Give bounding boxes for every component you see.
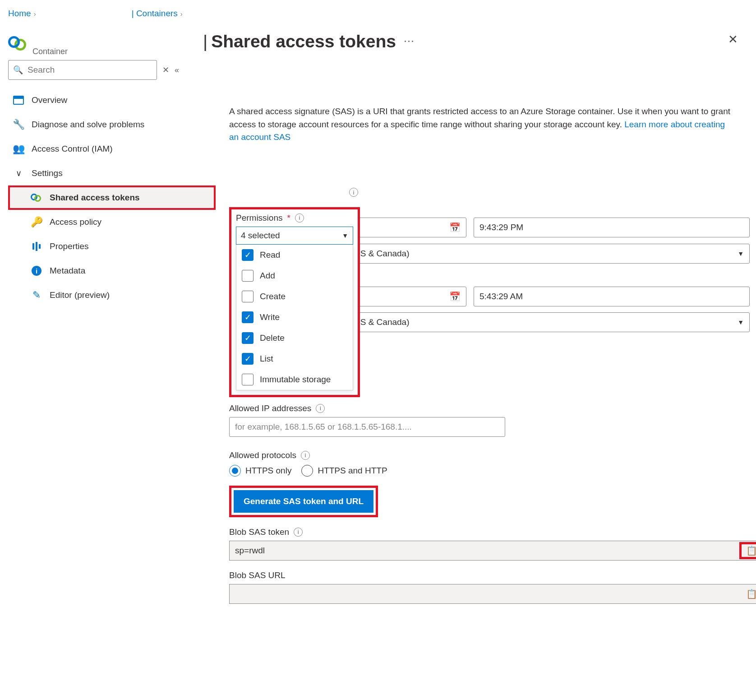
nav-iam[interactable]: 👥 Access Control (IAM) (8, 137, 216, 161)
pencil-icon: ✎ (31, 289, 42, 301)
generate-sas-button[interactable]: Generate SAS token and URL (234, 490, 373, 513)
permission-option-add[interactable]: Add (236, 265, 353, 286)
permissions-dropdown[interactable]: 4 selected ▼ (236, 227, 353, 245)
resource-type-label: Container (32, 47, 68, 56)
permission-option-read[interactable]: ✓ Read (236, 245, 353, 265)
nav-properties[interactable]: Properties (8, 234, 216, 259)
end-date-input[interactable]: 📅 (348, 287, 466, 306)
permission-option-create[interactable]: Create (236, 286, 353, 307)
collapse-sidebar-icon[interactable]: « (175, 65, 179, 75)
chevron-down-icon: ▼ (738, 250, 744, 257)
allowed-ip-label: Allowed IP addresses i (229, 403, 756, 413)
permissions-label: Permissions * i (236, 213, 353, 223)
nav-access-policy[interactable]: 🔑 Access policy (8, 210, 216, 234)
nav-editor[interactable]: ✎ Editor (preview) (8, 283, 216, 307)
radio-icon (229, 465, 241, 477)
checkbox-icon: ✓ (242, 332, 254, 344)
start-time-input[interactable]: 9:43:29 PM (474, 218, 750, 237)
permission-option-immutable[interactable]: Immutable storage (236, 369, 353, 390)
permissions-section-highlight: Permissions * i 4 selected ▼ ✓ Read Add (229, 207, 360, 397)
nav-settings[interactable]: ∨ Settings (8, 161, 216, 185)
key-icon: 🔑 (31, 216, 42, 228)
main-content: A shared access signature (SAS) is a URI… (216, 60, 756, 604)
permissions-options-list: ✓ Read Add Create ✓ Write (236, 245, 353, 390)
breadcrumb-containers[interactable]: | Containers (132, 9, 178, 19)
allowed-ip-input[interactable]: for example, 168.1.5.65 or 168.1.5.65-16… (229, 417, 505, 437)
info-icon[interactable]: i (295, 213, 304, 223)
search-box[interactable]: 🔍 (8, 60, 157, 80)
radio-icon (301, 465, 313, 477)
chevron-right-icon: › (34, 10, 36, 18)
sas-token-value[interactable]: sp=rwdl 📋 (229, 541, 756, 561)
checkbox-icon: ✓ (242, 249, 254, 261)
chevron-right-icon: › (180, 10, 183, 18)
chevron-down-icon: ∨ (13, 167, 24, 179)
copy-button-highlight (739, 542, 756, 559)
bars-icon (31, 241, 42, 252)
wrench-icon: 🔧 (13, 119, 24, 130)
chevron-down-icon: ▼ (342, 232, 348, 239)
generate-button-highlight: Generate SAS token and URL (229, 486, 378, 517)
chevron-down-icon: ▼ (738, 319, 744, 326)
radio-https-only[interactable]: HTTPS only (229, 465, 291, 477)
close-icon[interactable]: ✕ (728, 32, 738, 46)
nav-metadata[interactable]: i Metadata (8, 259, 216, 283)
link-icon (31, 192, 42, 204)
overview-icon (13, 94, 24, 106)
start-date-input[interactable]: 📅 (348, 218, 466, 237)
nav-shared-access-tokens[interactable]: Shared access tokens (8, 185, 216, 210)
checkbox-icon (242, 374, 254, 385)
permission-option-list[interactable]: ✓ List (236, 348, 353, 369)
info-icon[interactable]: i (349, 188, 358, 197)
search-input[interactable] (27, 65, 152, 75)
sas-url-label: Blob SAS URL (229, 570, 756, 580)
radio-https-and-http[interactable]: HTTPS and HTTP (301, 465, 387, 477)
more-icon[interactable]: ··· (404, 37, 415, 46)
sidebar: 🔍 ✕ « Overview 🔧 Diagnose and solve prob… (8, 60, 216, 604)
sas-url-value[interactable]: 📋 (229, 584, 756, 604)
people-icon: 👥 (13, 143, 24, 155)
container-icon (8, 36, 28, 52)
intro-text: A shared access signature (SAS) is a URI… (229, 105, 734, 144)
info-icon[interactable]: i (301, 451, 310, 460)
calendar-icon: 📅 (449, 291, 461, 302)
info-icon[interactable]: i (316, 404, 325, 413)
permission-option-delete[interactable]: ✓ Delete (236, 328, 353, 348)
checkbox-icon (242, 270, 254, 282)
search-icon: 🔍 (13, 65, 23, 75)
calendar-icon: 📅 (449, 222, 461, 233)
nav-overview[interactable]: Overview (8, 88, 216, 112)
end-time-input[interactable]: 5:43:29 AM (474, 287, 750, 306)
page-title: Shared access tokens (211, 32, 396, 51)
checkbox-icon (242, 291, 254, 302)
copy-icon[interactable]: 📋 (746, 589, 756, 599)
info-icon[interactable]: i (294, 528, 303, 537)
checkbox-icon: ✓ (242, 311, 254, 323)
checkbox-icon: ✓ (242, 353, 254, 365)
permission-option-write[interactable]: ✓ Write (236, 307, 353, 328)
breadcrumb-home[interactable]: Home (8, 9, 31, 19)
info-icon: i (31, 265, 42, 277)
clear-search-icon[interactable]: ✕ (162, 65, 169, 75)
required-asterisk: * (287, 213, 290, 223)
start-timezone-select[interactable]: US & Canada) ▼ (348, 244, 750, 264)
allowed-protocols-label: Allowed protocols i (229, 450, 756, 460)
sas-token-label: Blob SAS token i (229, 527, 756, 537)
end-timezone-select[interactable]: US & Canada) ▼ (348, 312, 750, 332)
nav-diagnose[interactable]: 🔧 Diagnose and solve problems (8, 112, 216, 137)
breadcrumb: Home › | Containers › (8, 5, 748, 23)
